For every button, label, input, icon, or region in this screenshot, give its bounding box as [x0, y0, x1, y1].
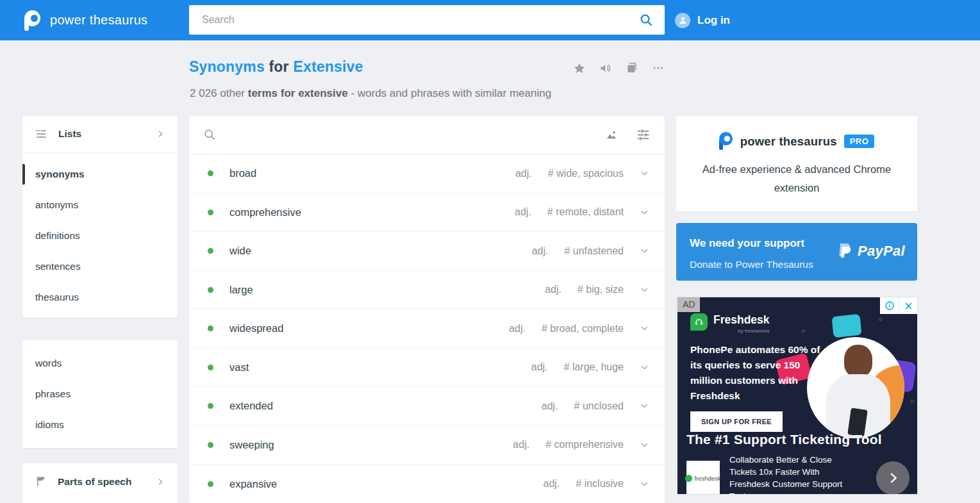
paypal-icon	[836, 242, 853, 261]
chevron-down-icon[interactable]	[640, 246, 649, 256]
image-filter-icon[interactable]	[604, 128, 619, 142]
topic-tags[interactable]: # unclosed	[574, 400, 624, 412]
topic-tags[interactable]: # remote, distant	[547, 206, 624, 218]
sidebar-item-antonyms[interactable]: antonyms	[22, 190, 178, 220]
synonym-row[interactable]: extended adj.# unclosed	[189, 387, 665, 426]
synonyms-link[interactable]: Synonyms	[189, 58, 265, 75]
parts-of-speech-label: Parts of speech	[58, 476, 131, 488]
pronounce-icon[interactable]	[599, 62, 612, 74]
pro-description: Ad-free experience & advanced Chrome ext…	[691, 160, 902, 197]
arrow-right-icon	[886, 471, 900, 485]
filter-settings-icon[interactable]	[636, 128, 651, 142]
chevron-down-icon[interactable]	[640, 324, 649, 333]
paypal-logo: PayPal	[836, 242, 905, 261]
synonym-word[interactable]: sweeping	[229, 439, 274, 451]
term-link[interactable]: Extensive	[293, 58, 363, 75]
synonym-row[interactable]: vast adj.# large, huge	[189, 349, 665, 388]
chevron-down-icon[interactable]	[640, 401, 649, 411]
flag-icon	[35, 475, 47, 488]
lists-panel: Lists synonyms antonyms definitions sent…	[22, 116, 178, 318]
chevron-down-icon[interactable]	[640, 169, 649, 178]
user-avatar-icon	[675, 13, 690, 28]
sidebar-item-sentences[interactable]: sentences	[22, 251, 178, 282]
synonym-list-card: broad adj.# wide, spacious comprehensive…	[189, 116, 665, 503]
pro-promo-card[interactable]: power thesaurus PRO Ad-free experience &…	[676, 116, 917, 211]
sidebar-item-idioms[interactable]: idioms	[22, 409, 178, 440]
list-tools	[604, 128, 651, 142]
sidebar-item-label: sentences	[35, 261, 81, 272]
chevron-right-icon	[155, 129, 165, 139]
topic-tags[interactable]: # large, huge	[564, 361, 624, 373]
sidebar-item-synonyms[interactable]: synonyms	[22, 159, 178, 190]
synonym-word[interactable]: comprehensive	[229, 206, 301, 219]
topic-tags[interactable]: # big, size	[577, 284, 624, 295]
topic-tags[interactable]: # broad, complete	[542, 323, 624, 334]
part-of-speech-tag: adj.	[544, 478, 560, 490]
lists-panel-header[interactable]: Lists	[22, 116, 178, 153]
synonym-row[interactable]: broad adj.# wide, spacious	[189, 154, 665, 194]
star-icon[interactable]	[573, 62, 586, 74]
subtitle-count: 2 026 other	[190, 87, 248, 99]
topic-tags[interactable]: # wide, spacious	[548, 168, 624, 179]
topic-tags[interactable]: # inclusive	[576, 478, 624, 490]
sidebar-item-words[interactable]: words	[22, 348, 178, 379]
green-dot-icon	[208, 326, 213, 331]
synonym-row[interactable]: sweeping adj.# comprehensive	[189, 426, 665, 465]
login-button[interactable]: Log in	[675, 0, 730, 40]
search-button[interactable]	[627, 5, 665, 35]
synonym-row[interactable]: comprehensive adj.# remote, distant	[189, 194, 665, 233]
chevron-down-icon[interactable]	[640, 440, 649, 450]
part-of-speech-tag: adj.	[531, 361, 548, 373]
synonym-row[interactable]: wide adj.# unfastened	[189, 232, 665, 271]
chevron-down-icon[interactable]	[640, 363, 649, 372]
green-dot-icon	[208, 170, 213, 176]
synonym-row[interactable]: widespread adj.# broad, complete	[189, 309, 665, 349]
part-of-speech-tag: adj.	[532, 245, 549, 257]
search-input[interactable]	[189, 5, 627, 35]
synonym-word[interactable]: expansive	[229, 478, 277, 490]
chevron-down-icon[interactable]	[640, 479, 649, 489]
ad-next-button[interactable]	[876, 461, 909, 494]
synonym-row[interactable]: expansive adj.# inclusive	[189, 465, 665, 503]
sidebar-item-definitions[interactable]: definitions	[22, 220, 178, 251]
synonym-word[interactable]: broad	[229, 167, 256, 179]
ad-info-icon[interactable]	[880, 297, 899, 314]
topic-tags[interactable]: # comprehensive	[545, 439, 624, 450]
sidebar-item-label: antonyms	[35, 199, 78, 211]
topic-tags[interactable]: # unfastened	[564, 245, 624, 257]
advertisement[interactable]: AD Freshdesk by freshworks PhonePe autom…	[677, 297, 917, 494]
green-dot-icon	[208, 481, 213, 487]
global-search-bar	[189, 5, 665, 35]
synonym-row[interactable]: large adj.# big, size	[189, 271, 665, 310]
subtitle-bold: terms for extensive	[248, 87, 348, 99]
page-title: Synonyms for Extensive	[189, 58, 363, 76]
freshdesk-logo-text: freshdesk	[694, 475, 720, 482]
donate-link[interactable]: Donate to Power Thesaurus	[690, 259, 813, 270]
sidebar-item-phrases[interactable]: phrases	[22, 379, 178, 409]
synonym-word[interactable]: large	[229, 284, 253, 296]
parts-of-speech-header[interactable]: Parts of speech	[22, 463, 178, 500]
freshdesk-logo: Freshdesk by freshworks	[690, 313, 770, 334]
brand-logo[interactable]: power thesaurus	[22, 8, 147, 32]
word-filter-input[interactable]	[227, 129, 604, 141]
ad-close-icon[interactable]	[899, 297, 917, 314]
chevron-right-icon	[155, 477, 165, 487]
chevron-down-icon[interactable]	[640, 208, 649, 217]
top-navbar: power thesaurus Log in	[0, 0, 980, 40]
term-actions	[573, 62, 665, 74]
part-of-speech-tag: adj.	[542, 400, 558, 412]
more-options-icon[interactable]	[652, 62, 665, 74]
sidebar-item-label: words	[35, 358, 62, 369]
synonym-word[interactable]: extended	[229, 400, 273, 412]
synonym-word[interactable]: wide	[229, 245, 251, 257]
part-of-speech-tag: adj.	[515, 206, 531, 218]
synonym-word[interactable]: vast	[229, 361, 249, 374]
chevron-down-icon[interactable]	[640, 285, 649, 295]
donate-banner[interactable]: We need your support Donate to Power The…	[676, 223, 917, 281]
sign-up-button[interactable]: SIGN UP FOR FREE	[690, 411, 783, 432]
copy-icon[interactable]	[626, 62, 638, 74]
sidebar-item-thesaurus[interactable]: thesaurus	[22, 282, 178, 313]
synonym-word[interactable]: widespread	[229, 322, 283, 334]
ad-headline: The #1 Support Ticketing Tool	[686, 432, 882, 447]
ad-label: AD	[677, 297, 700, 312]
